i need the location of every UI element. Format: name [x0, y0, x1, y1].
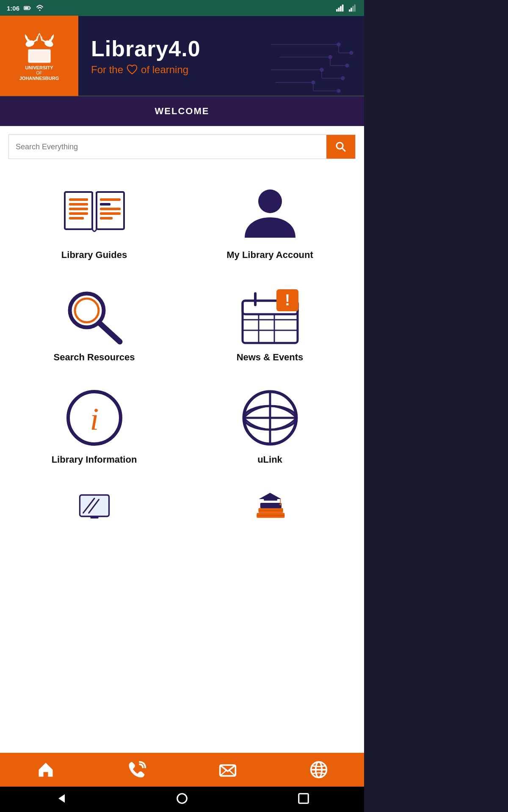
- library-guides-label: Library Guides: [61, 250, 127, 261]
- svg-rect-94: [298, 794, 308, 804]
- home-nav-icon: [36, 760, 55, 779]
- uj-bird-icon: [16, 30, 63, 64]
- library-information-label: Library Information: [52, 454, 137, 465]
- welcome-text: WELCOME: [155, 106, 210, 116]
- nav-home[interactable]: [0, 753, 91, 787]
- svg-rect-1: [25, 7, 28, 9]
- svg-rect-6: [340, 6, 342, 11]
- svg-point-22: [350, 51, 353, 55]
- my-library-account-icon: [236, 184, 304, 243]
- search-bar: [8, 134, 356, 159]
- search-resources-label: Search Resources: [54, 352, 135, 363]
- svg-rect-78: [90, 516, 98, 518]
- svg-point-17: [49, 39, 51, 41]
- svg-rect-48: [69, 217, 84, 219]
- svg-rect-8: [349, 9, 350, 11]
- svg-point-15: [27, 39, 29, 41]
- svg-rect-40: [65, 192, 92, 229]
- bottom-nav: [0, 753, 364, 787]
- svg-rect-45: [69, 203, 88, 206]
- svg-point-87: [279, 504, 281, 505]
- ulink-icon: [236, 388, 304, 447]
- header: UNIVERSITY OF JOHANNESBURG Library4.0 Fo…: [0, 16, 364, 96]
- svg-point-14: [25, 39, 35, 48]
- search-resources-icon: [61, 286, 128, 345]
- my-library-account-item[interactable]: My Library Account: [184, 172, 356, 270]
- pc-booking-item[interactable]: [8, 479, 180, 538]
- circuit-decoration: [271, 32, 356, 95]
- library-information-item[interactable]: i Library Information: [8, 376, 180, 475]
- svg-rect-53: [100, 217, 113, 219]
- svg-rect-11: [354, 5, 356, 12]
- library-guides-icon: [61, 184, 128, 243]
- books-item[interactable]: [184, 479, 356, 538]
- app-brand: Library4.0 For the of learning: [78, 27, 364, 84]
- svg-rect-5: [338, 8, 340, 11]
- android-home-icon: [176, 792, 188, 805]
- svg-rect-9: [351, 8, 352, 11]
- svg-line-39: [342, 148, 345, 151]
- nav-web[interactable]: [273, 753, 364, 787]
- svg-point-93: [177, 794, 187, 804]
- svg-rect-2: [30, 8, 30, 9]
- news-events-label: News & Events: [237, 352, 304, 363]
- android-home[interactable]: [176, 792, 188, 807]
- svg-rect-7: [342, 5, 344, 12]
- svg-point-16: [43, 39, 54, 48]
- svg-rect-41: [97, 192, 124, 229]
- my-library-account-label: My Library Account: [226, 250, 313, 261]
- svg-point-37: [337, 89, 340, 93]
- ulink-item[interactable]: uLink: [184, 376, 356, 475]
- svg-rect-4: [336, 9, 338, 12]
- library-guides-item[interactable]: Library Guides: [8, 172, 180, 270]
- svg-point-3: [39, 10, 41, 11]
- icon-grid: Library Guides My Library Account Search…: [8, 172, 356, 538]
- signal-bars-icon: [336, 4, 345, 12]
- nav-mail[interactable]: [182, 753, 273, 787]
- welcome-bar: WELCOME: [0, 96, 364, 126]
- svg-rect-10: [352, 6, 353, 11]
- news-events-item[interactable]: ! News & Events: [184, 274, 356, 372]
- phone-nav-icon: [127, 760, 146, 779]
- android-recents-icon: [297, 792, 310, 805]
- svg-point-32: [341, 77, 345, 80]
- svg-rect-51: [100, 208, 121, 210]
- search-icon: [334, 140, 347, 153]
- svg-rect-44: [69, 198, 88, 201]
- android-recents[interactable]: [297, 792, 310, 807]
- svg-rect-47: [69, 212, 88, 215]
- books-icon: [238, 491, 302, 522]
- android-nav: [0, 787, 364, 812]
- battery-icon: [24, 4, 31, 12]
- android-back-icon: [54, 792, 67, 805]
- library-information-icon: i: [61, 388, 128, 447]
- svg-point-54: [258, 189, 282, 213]
- university-name: UNIVERSITY OF JOHANNESBURG: [19, 65, 59, 81]
- pc-booking-icon: [63, 491, 126, 522]
- search-input[interactable]: [9, 135, 326, 159]
- ulink-label: uLink: [257, 454, 282, 465]
- android-back[interactable]: [54, 792, 67, 807]
- search-resources-item[interactable]: Search Resources: [8, 274, 180, 372]
- nav-phone[interactable]: [91, 753, 182, 787]
- cellular-icon: [349, 4, 357, 12]
- search-button[interactable]: [326, 135, 355, 159]
- svg-rect-46: [69, 208, 88, 210]
- wifi-icon: [36, 4, 44, 12]
- university-logo: UNIVERSITY OF JOHANNESBURG: [0, 16, 78, 96]
- svg-line-57: [99, 323, 120, 342]
- svg-marker-85: [259, 493, 281, 499]
- svg-rect-52: [100, 212, 121, 215]
- svg-text:!: !: [285, 291, 290, 309]
- mail-nav-icon: [218, 760, 237, 779]
- status-bar: 1:06: [0, 0, 364, 16]
- svg-rect-81: [260, 503, 281, 508]
- svg-rect-50: [100, 203, 110, 206]
- web-nav-icon: [309, 760, 328, 779]
- svg-text:i: i: [90, 401, 99, 436]
- svg-point-56: [75, 299, 99, 322]
- heart-icon: [127, 64, 138, 75]
- news-events-icon: !: [236, 286, 304, 345]
- main-content: Library Guides My Library Account Search…: [0, 126, 364, 753]
- svg-rect-12: [28, 49, 50, 63]
